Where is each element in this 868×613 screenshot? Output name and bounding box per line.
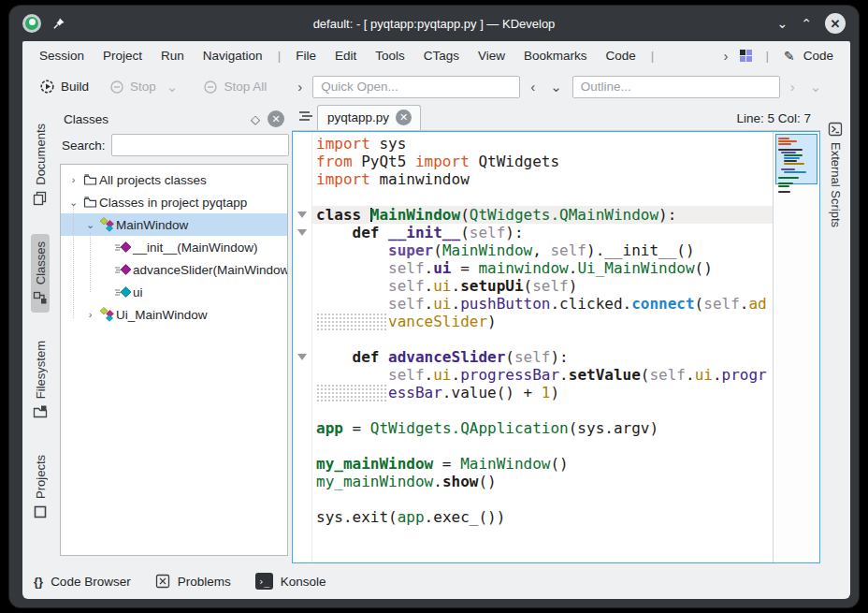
- outline-input[interactable]: [572, 76, 780, 98]
- code-token: [316, 224, 353, 241]
- code-line[interactable]: import sys: [312, 135, 773, 153]
- menu-project[interactable]: Project: [94, 46, 152, 66]
- sidebar-tab-projects[interactable]: Projects: [31, 447, 50, 527]
- code-line[interactable]: vanceSlider): [312, 313, 773, 330]
- pin-icon[interactable]: [52, 17, 65, 30]
- menu-navigation[interactable]: Navigation: [194, 46, 272, 66]
- window-layout-grid-icon[interactable]: [740, 50, 752, 62]
- toolview-button-problems[interactable]: Problems: [155, 574, 231, 589]
- document-list-icon[interactable]: [297, 109, 313, 124]
- fold-margin[interactable]: [293, 132, 312, 562]
- code-line[interactable]: [312, 490, 773, 508]
- code-line[interactable]: sys.exit(app.exec_()): [312, 508, 773, 526]
- editor-column: pyqtapp.py ✕ Line: 5 Col: 7 import sysfr…: [292, 103, 820, 563]
- menu-file[interactable]: File: [286, 46, 326, 66]
- code-line[interactable]: my_mainWindow.show(): [312, 473, 773, 490]
- braces-icon: {}: [34, 575, 43, 589]
- build-button[interactable]: Build: [32, 75, 96, 98]
- menu-run[interactable]: Run: [152, 46, 194, 66]
- stop-dropdown-chevron-icon[interactable]: ⌄: [162, 79, 183, 95]
- tree-expander-icon[interactable]: ›: [66, 174, 80, 185]
- code-token: app: [398, 508, 425, 526]
- code-area[interactable]: import sysfrom PyQt5 import QtWidgetsimp…: [312, 132, 773, 562]
- tree-item-label: ui: [133, 285, 143, 299]
- tab-close-icon[interactable]: ✕: [396, 109, 412, 125]
- tree-item-advanceslider-mainwindow-[interactable]: advanceSlider(MainWindow): [61, 258, 287, 281]
- tree-item-classes-in-project-pyqtapp[interactable]: ⌄Classes in project pyqtapp: [61, 191, 287, 213]
- toolview-button-konsole[interactable]: ›_Konsole: [255, 573, 326, 590]
- code-line[interactable]: self.ui.setupUi(self): [312, 277, 773, 295]
- quick-open-down-chevron-icon[interactable]: ⌄: [545, 79, 567, 95]
- fold-marker[interactable]: [293, 348, 311, 366]
- code-line[interactable]: app = QtWidgets.QApplication(sys.argv): [312, 419, 773, 437]
- code-line-current[interactable]: class MainWindow(QtWidgets.QMainWindow):: [312, 206, 773, 224]
- sidebar-tab-classes[interactable]: Classes: [31, 234, 50, 313]
- code-line[interactable]: essBar.value() + 1): [312, 384, 773, 401]
- code-token: mainwindow: [370, 170, 470, 188]
- code-line[interactable]: def __init__(self):: [312, 224, 773, 241]
- stop-button[interactable]: Stop ⌄: [102, 75, 190, 99]
- code-line[interactable]: [312, 401, 773, 419]
- menu-bookmarks[interactable]: Bookmarks: [514, 46, 597, 66]
- code-token: (): [478, 473, 496, 490]
- code-token: (: [460, 224, 470, 241]
- code-token: (): [550, 455, 568, 473]
- tree-expander-icon[interactable]: ›: [83, 309, 97, 320]
- code-line[interactable]: import mainwindow: [312, 170, 773, 188]
- minimize-button[interactable]: ⌄: [777, 17, 788, 30]
- sidebar-tab-filesystem[interactable]: Filesystem: [31, 333, 50, 427]
- toolbar-extender-chevron-icon[interactable]: ›: [293, 79, 307, 95]
- code-line[interactable]: [312, 188, 773, 206]
- fold-marker[interactable]: [293, 224, 311, 241]
- fold-marker[interactable]: [293, 206, 311, 224]
- classes-search-input[interactable]: [111, 134, 289, 156]
- minimap[interactable]: [773, 132, 819, 562]
- code-line[interactable]: from PyQt5 import QtWidgets: [312, 153, 773, 170]
- menu-tools[interactable]: Tools: [366, 46, 414, 66]
- menu-bar-items: SessionProjectRunNavigation|FileEditTool…: [30, 46, 659, 66]
- menu-edit[interactable]: Edit: [326, 46, 366, 66]
- terminal-icon: [828, 122, 843, 137]
- code-token: .: [686, 366, 695, 384]
- toolview-button-code-browser[interactable]: {}Code Browser: [34, 575, 131, 589]
- stop-all-button[interactable]: Stop All: [195, 76, 274, 98]
- tree-item--init-mainwindow-[interactable]: __init__(MainWindow): [61, 236, 287, 258]
- close-button[interactable]: ✕: [825, 13, 846, 34]
- minimap-viewport[interactable]: [775, 134, 817, 184]
- tree-item-mainwindow[interactable]: ⌄MainWindow: [61, 213, 287, 236]
- code-line[interactable]: super(MainWindow, self).__init__(): [312, 241, 773, 259]
- code-token: .: [569, 259, 578, 277]
- tree-item-ui-mainwindow[interactable]: ›Ui_MainWindow: [61, 303, 287, 326]
- outline-forward-chevron-icon[interactable]: ›: [786, 79, 800, 95]
- menu-view[interactable]: View: [469, 46, 514, 66]
- quick-open-back-chevron-icon[interactable]: ‹: [526, 79, 540, 95]
- menu-session[interactable]: Session: [30, 46, 94, 66]
- menu-ctags[interactable]: CTags: [414, 46, 469, 66]
- menu-overflow-chevron-icon[interactable]: ›: [718, 48, 732, 64]
- menu-code[interactable]: Code: [597, 46, 645, 66]
- code-line[interactable]: self.ui.pushButton.clicked.connect(self.…: [312, 295, 773, 313]
- right-tab-external-scripts[interactable]: External Scripts: [826, 114, 845, 235]
- sidebar-tab-documents[interactable]: Documents: [31, 116, 50, 213]
- tree-item-ui[interactable]: ui: [61, 281, 287, 303]
- detach-diamond-icon[interactable]: ◇: [251, 112, 260, 126]
- code-token: [316, 277, 388, 295]
- menu-code-button[interactable]: ✎ Code: [774, 46, 843, 66]
- title-bar[interactable]: default: - [ pyqtapp:pyqtapp.py ] — KDev…: [9, 6, 859, 41]
- tree-expander-icon[interactable]: ⌄: [83, 219, 97, 231]
- classes-tree: ›All projects classes⌄Classes in project…: [60, 164, 288, 556]
- code-line[interactable]: [312, 330, 773, 348]
- tree-item-all-projects-classes[interactable]: ›All projects classes: [61, 168, 287, 191]
- maximize-button[interactable]: ⌃: [801, 17, 812, 30]
- code-line[interactable]: [312, 437, 773, 455]
- line-col-status: Line: 5 Col: 7: [736, 111, 817, 130]
- right-dock-bar: External Scripts: [820, 103, 850, 563]
- code-line[interactable]: my_mainWindow = MainWindow(): [312, 455, 773, 473]
- code-line[interactable]: self.ui.progressBar.setValue(self.ui.pro…: [312, 366, 773, 384]
- code-line[interactable]: def advanceSlider(self):: [312, 348, 773, 366]
- outline-down-chevron-icon[interactable]: ⌄: [805, 79, 827, 95]
- panel-close-icon[interactable]: ✕: [268, 110, 284, 127]
- quick-open-input[interactable]: [312, 76, 520, 98]
- code-line[interactable]: self.ui = mainwindow.Ui_MainWindow(): [312, 259, 773, 277]
- tab-pyqtapp[interactable]: pyqtapp.py ✕: [317, 105, 421, 130]
